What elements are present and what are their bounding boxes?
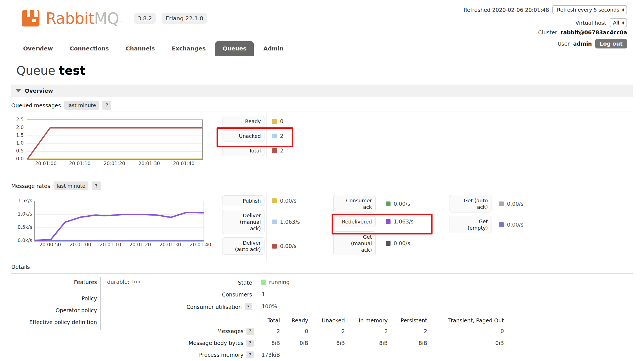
publish-color-swatch [272, 198, 277, 203]
message-rates-chart [34, 201, 204, 242]
section-divider [11, 273, 633, 274]
y-axis-tick-label: 1.0k/s [18, 211, 32, 217]
x-axis-tick-label: 20:01:30 [138, 161, 160, 166]
get-auto-ack-color-swatch [499, 201, 504, 206]
body-bytes-ready: 0iB [282, 337, 310, 349]
rates-chart-y-axis: 1.5k/s1.0k/s0.5k/s0.0k/s [6, 201, 32, 240]
state-label: State [158, 280, 252, 286]
effective-policy-definition-label: Effective policy definition [11, 319, 97, 325]
main-nav-tabs: Overview Connections Channels Exchanges … [16, 41, 291, 56]
rabbitmq-logo-icon[interactable] [22, 10, 39, 26]
message-rates-title: Message rates [11, 183, 50, 189]
tab-exchanges[interactable]: Exchanges [164, 41, 213, 56]
x-axis-tick-label: 20:01:00 [35, 161, 56, 166]
queue-name: test [59, 64, 85, 77]
chevron-down-icon [16, 89, 21, 92]
cluster-row: Cluster rabbit@06783ac4cc0a [538, 29, 627, 36]
refresh-interval-value: Refresh every 5 seconds [557, 7, 619, 13]
body-bytes-persistent: 8iB [390, 337, 429, 349]
deliver-manual-ack-color-swatch [272, 220, 277, 224]
queued-messages-header: Queued messages last minute ? [11, 101, 111, 110]
time-window-badge[interactable]: last minute [64, 101, 99, 110]
tab-connections[interactable]: Connections [62, 41, 116, 56]
state-value: running [261, 279, 290, 285]
total-color-swatch [272, 148, 277, 153]
cluster-label: Cluster [538, 29, 557, 36]
messages-in-memory: 2 [347, 325, 390, 337]
col-header-total: Total [256, 316, 283, 325]
logo-notch [27, 10, 30, 17]
virtual-host-value: All [613, 20, 619, 26]
legend-value-deliver-auto-ack: 0.00/s [272, 243, 297, 249]
message-rates-header: Message rates last minute ? [11, 181, 101, 190]
body-bytes-transient: 0iB [429, 337, 506, 349]
help-icon[interactable]: ? [246, 351, 254, 358]
logo-hole [32, 19, 36, 22]
legend-label-publish: Publish [222, 195, 264, 206]
details-title: Details [11, 264, 30, 270]
process-memory-row-label: Process memory [199, 352, 244, 358]
operator-policy-label: Operator policy [11, 307, 97, 313]
legend-value-get-empty: 0.00/s [499, 222, 524, 228]
policy-label: Policy [11, 295, 97, 302]
col-header-transient-paged-out: Transient, Paged Out [429, 316, 506, 325]
legend-label-consumer-ack: Consumerack [333, 195, 376, 212]
messages-unacked: 2 [310, 325, 347, 337]
legend-value-publish: 0.00/s [272, 198, 297, 204]
details-header: Details [11, 264, 30, 270]
y-axis-tick-label: 1.5 [16, 132, 24, 138]
y-axis-tick-label: 2.5 [16, 117, 24, 122]
help-icon[interactable]: ? [92, 181, 101, 190]
feature-durable-value: true [132, 279, 142, 285]
tab-overview[interactable]: Overview [16, 41, 60, 56]
cluster-name: rabbit@06783ac4cc0a [561, 29, 627, 36]
body-bytes-unacked: 8iB [310, 337, 347, 349]
y-axis-tick-label: 0.0k/s [18, 238, 32, 243]
deliver-auto-ack-color-swatch [272, 244, 277, 249]
vhost-row: Virtual host All ▲▼ [575, 18, 627, 27]
help-icon[interactable]: ? [102, 101, 111, 110]
col-header-ready: Ready [282, 316, 310, 325]
logo-notch [34, 10, 38, 17]
time-window-badge[interactable]: last minute [54, 181, 89, 190]
user-name: admin [573, 41, 592, 47]
y-axis-tick-label: 0.5 [16, 148, 24, 154]
queued-chart-x-axis: 20:01:0020:01:1020:01:2020:01:3020:01:40 [27, 161, 202, 167]
messages-transient: 0 [429, 325, 506, 337]
virtual-host-select[interactable]: All ▲▼ [610, 18, 627, 27]
legend-label-get-auto-ack: Get (autoack) [449, 195, 491, 212]
tab-channels[interactable]: Channels [118, 41, 162, 56]
x-axis-tick-label: 20:01:20 [129, 242, 151, 247]
help-icon[interactable]: ? [246, 328, 254, 335]
features-value: durable: true [107, 279, 142, 285]
x-axis-tick-label: 20:01:20 [103, 161, 125, 166]
legend-value-deliver-manual-ack: 1,063/s [272, 219, 300, 225]
state-running-swatch [261, 280, 266, 285]
virtual-host-label: Virtual host [575, 20, 606, 26]
col-header-in-memory: In memory [347, 316, 390, 325]
help-icon[interactable]: ? [245, 303, 252, 310]
x-axis-tick-label: 20:00:50 [39, 242, 61, 247]
legend-label-deliver-auto-ack: Deliver(auto ack) [222, 237, 264, 255]
select-arrows-icon: ▲▼ [622, 21, 624, 25]
x-axis-tick-label: 20:01:30 [160, 242, 181, 247]
legend-value-consumer-ack: 0.00/s [386, 201, 410, 207]
erlang-version-badge: Erlang 22.1.8 [162, 13, 207, 24]
help-icon[interactable]: ? [246, 340, 254, 347]
tab-queues[interactable]: Queues [215, 41, 254, 56]
logout-button[interactable]: Log out [595, 39, 627, 48]
refresh-interval-select[interactable]: Refresh every 5 seconds ▲▼ [552, 5, 627, 14]
y-axis-tick-label: 0.0 [16, 156, 24, 161]
legend-label-deliver-manual-ack: Deliver(manualack) [222, 210, 264, 234]
features-label: Features [11, 279, 97, 285]
legend-label-ready: Ready [222, 116, 264, 127]
unacked-highlight-annotation [217, 127, 293, 147]
tab-admin[interactable]: Admin [256, 41, 291, 56]
select-arrows-icon: ▲▼ [622, 8, 624, 12]
x-axis-tick-label: 20:01:40 [173, 161, 195, 166]
x-axis-tick-label: 20:01:10 [100, 242, 121, 247]
legend-label-get-empty: Get(empty) [449, 216, 491, 233]
consumers-value: 1 [262, 291, 265, 297]
user-label: User [557, 41, 570, 47]
overview-section-header[interactable]: Overview [11, 85, 633, 97]
